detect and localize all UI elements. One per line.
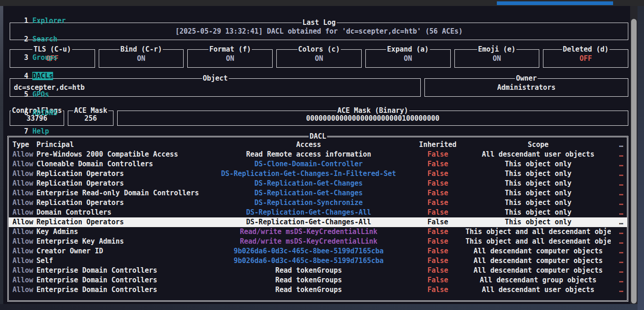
tab-item-dacls[interactable]: 4 DACLs <box>24 71 53 81</box>
cell-type: Allow <box>12 159 36 169</box>
owner-field-value: Administrators <box>425 83 628 92</box>
tab-bar: 1 Explorer 2 Search 3 Groups 4 DACLs 5 G… <box>7 7 74 16</box>
cell-principal: Self <box>36 256 207 266</box>
cell-access: Read tokenGroups <box>207 275 410 285</box>
cell-scope: All descendant computer objects <box>465 246 611 256</box>
table-row[interactable]: Allow Pre-Windows 2000 Compatible Access… <box>9 150 627 159</box>
cell-type: Allow <box>12 150 36 159</box>
bottom-edge-strip <box>0 304 638 310</box>
ace-mask-value: 256 <box>68 114 113 123</box>
tab-number: 5 <box>24 90 28 99</box>
cell-inherited: False <box>410 179 465 188</box>
cell-inherited: False <box>410 256 465 266</box>
dacl-header-row: Type Principal Access Inherited Scope … <box>9 140 627 150</box>
option-toggle[interactable]: Bind (C-r) ON <box>99 49 184 68</box>
option-toggle[interactable]: Expand (a) ON <box>365 49 451 68</box>
cell-scope: This object only <box>465 169 611 179</box>
cell-more: … <box>611 179 623 188</box>
option-toggle[interactable]: Colors (c) ON <box>276 49 362 68</box>
table-row[interactable]: Allow Cloneable Domain Controllers DS-Cl… <box>9 159 627 169</box>
cell-type: Allow <box>12 246 36 256</box>
table-row[interactable]: Allow Creator Owner ID 9b026da6-0d3c-465… <box>9 246 627 256</box>
cell-type: Allow <box>12 285 36 295</box>
tab-item-help[interactable]: 7 Help <box>24 127 49 136</box>
option-toggle[interactable]: Format (f) ON <box>187 49 273 68</box>
table-row[interactable]: Allow Enterprise Key Admins Read/write m… <box>9 237 627 246</box>
options-row: TLS (C-u) OFF Bind (C-r) ON Format (f) O… <box>10 49 628 68</box>
option-toggle[interactable]: Deleted (d) OFF <box>543 49 628 68</box>
owner-field-title: Owner <box>515 74 537 83</box>
option-title: Expand (a) <box>386 45 429 54</box>
table-row[interactable]: Allow Enterprise Domain Controllers Read… <box>9 275 627 285</box>
tab-item-gpos[interactable]: 5 GPOs <box>24 90 49 99</box>
table-row[interactable]: Allow Replication Operators DS-Replicati… <box>9 169 627 179</box>
table-row[interactable]: Allow Enterprise Domain Controllers Read… <box>9 285 627 295</box>
cell-scope: This object only <box>465 159 611 169</box>
dacl-rows-container: Allow Pre-Windows 2000 Compatible Access… <box>9 150 627 295</box>
cell-inherited: False <box>410 188 465 198</box>
cell-principal: Enterprise Key Admins <box>36 237 207 246</box>
cell-more: … <box>611 227 623 237</box>
cell-more: … <box>611 275 623 285</box>
tab-label: Search <box>32 35 57 43</box>
object-field-title: Object <box>202 74 228 83</box>
cell-principal: Domain Controllers <box>36 208 207 217</box>
option-toggle[interactable]: Emoji (e) ON <box>454 49 540 68</box>
cell-type: Allow <box>12 237 36 246</box>
object-field[interactable]: Object dc=scepter,dc=htb <box>10 78 421 97</box>
cell-type: Allow <box>12 198 36 208</box>
table-row[interactable]: Allow Enterprise Domain Controllers Read… <box>9 266 627 275</box>
owner-field: Owner Administrators <box>424 78 628 97</box>
tab-item-search[interactable]: 2 Search <box>24 35 57 44</box>
header-principal: Principal <box>36 140 207 150</box>
vertical-scrollbar-track[interactable] <box>630 6 638 304</box>
option-title: Format (f) <box>209 45 252 54</box>
cell-principal: Replication Operators <box>36 179 207 188</box>
header-inherited: Inherited <box>410 140 465 150</box>
cell-more: … <box>611 246 623 256</box>
last-log-message: [2025-05-29 13:32:41] DACL obtained for … <box>10 27 628 35</box>
vertical-scrollbar-thumb[interactable] <box>631 19 637 304</box>
tab-item-adidns[interactable]: 6 ADIDNS <box>24 108 57 117</box>
cell-scope: This object and all descendant objects <box>465 227 611 237</box>
cell-inherited: False <box>410 285 465 295</box>
cell-scope: All descendant user objects <box>465 285 611 295</box>
table-row[interactable]: Allow Self 9b026da6-0d3c-465c-8bee-5199d… <box>9 256 627 266</box>
option-value: ON <box>277 54 361 63</box>
header-access: Access <box>207 140 410 150</box>
option-title: Bind (C-r) <box>119 45 163 54</box>
cell-scope: All descendant computer objects <box>465 256 611 266</box>
table-row[interactable]: Allow Enterprise Read-only Domain Contro… <box>9 188 627 198</box>
cell-more: … <box>611 285 623 295</box>
cell-inherited: False <box>410 198 465 208</box>
app-window: 1 Explorer 2 Search 3 Groups 4 DACLs 5 G… <box>0 0 644 310</box>
option-title: Deleted (d) <box>562 45 609 54</box>
cell-more: … <box>611 237 623 246</box>
table-row[interactable]: Allow Key Admins Read/write msDS-KeyCred… <box>9 227 627 237</box>
cell-type: Allow <box>12 275 36 285</box>
cell-inherited: False <box>410 150 465 159</box>
tab-number: 4 <box>24 72 28 80</box>
table-row-selected[interactable]: Allow Replication Operators DS-Replicati… <box>9 217 627 227</box>
tab-item-explorer[interactable]: 1 Explorer <box>24 16 66 25</box>
tab-item-groups[interactable]: 3 Groups <box>24 53 57 62</box>
cell-access: DS-Replication-Get-Changes-All <box>207 208 410 217</box>
cell-scope: This object only <box>465 179 611 188</box>
last-log-panel: Last Log [2025-05-29 13:32:41] DACL obta… <box>10 23 628 40</box>
cell-scope: This object and all descendant objects <box>465 237 611 246</box>
cell-scope: This object only <box>465 208 611 217</box>
table-row[interactable]: Allow Replication Operators DS-Replicati… <box>9 179 627 188</box>
cell-access: DS-Replication-Get-Changes <box>207 179 410 188</box>
cell-type: Allow <box>12 266 36 275</box>
dacl-table: Type Principal Access Inherited Scope … … <box>9 140 627 295</box>
cell-inherited: False <box>410 266 465 275</box>
tab-number: 3 <box>24 53 28 62</box>
cell-type: Allow <box>12 227 36 237</box>
cell-access: 9b026da6-0d3c-465c-8bee-5199d7165cba <box>207 246 410 256</box>
cell-access: Read/write msDS-KeyCredentialLink <box>207 237 410 246</box>
table-row[interactable]: Allow Domain Controllers DS-Replication-… <box>9 208 627 217</box>
table-row[interactable]: Allow Replication Operators DS-Replicati… <box>9 198 627 208</box>
cell-access: Read tokenGroups <box>207 285 410 295</box>
option-value: ON <box>366 54 450 63</box>
header-more: … <box>611 140 623 150</box>
